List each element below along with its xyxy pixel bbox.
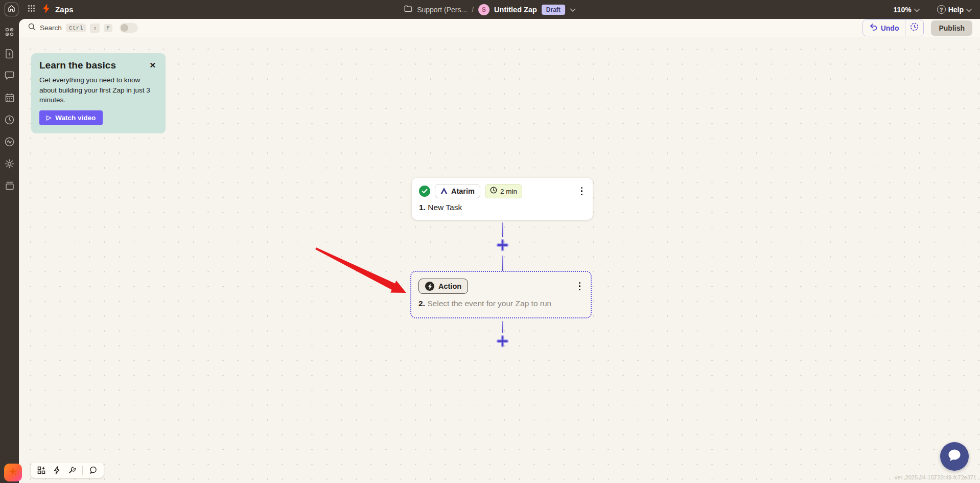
connector-line xyxy=(502,321,503,333)
zap-canvas[interactable]: Learn the basics ✕ Get everything you ne… xyxy=(19,37,980,483)
zapier-bolt-icon xyxy=(42,4,51,15)
undo-icon xyxy=(869,23,877,33)
canvas-tools xyxy=(31,463,104,478)
action-chip-label: Action xyxy=(438,282,461,290)
sidebar-nav xyxy=(0,27,19,191)
lightning-tool-button[interactable] xyxy=(50,464,63,477)
sidebar-item-tables[interactable] xyxy=(5,93,15,103)
step-title: New Task xyxy=(428,203,462,212)
sidebar-item-zaps[interactable] xyxy=(5,27,15,37)
help-label: Help xyxy=(948,6,964,14)
grid-dots-icon xyxy=(28,5,35,14)
duration-pill[interactable]: 2 min xyxy=(485,184,522,198)
action-bolt-icon xyxy=(425,282,434,291)
toolbar-right: Undo Publish xyxy=(862,19,972,36)
kbd-ctrl: Ctrl xyxy=(66,24,86,32)
kebab-menu-icon[interactable] xyxy=(578,185,586,198)
sidebar-item-templates[interactable] xyxy=(5,49,15,59)
add-step-button[interactable] xyxy=(496,239,509,253)
shift-key-icon: ⇧ xyxy=(90,24,100,33)
header-right: 110% ? Help xyxy=(894,5,980,14)
search-icon xyxy=(28,23,36,33)
breadcrumb: Support (Pers... / S Untitled Zap Draft xyxy=(404,0,576,19)
breadcrumb-separator: / xyxy=(472,6,474,14)
step-placeholder: Select the event for your Zap to run xyxy=(427,299,551,308)
search-label: Search xyxy=(40,24,62,32)
help-menu[interactable]: ? Help xyxy=(937,5,972,14)
connector-line xyxy=(502,222,503,237)
toggle-knob xyxy=(121,24,128,32)
home-button[interactable] xyxy=(5,3,18,16)
zap-editor: Zaps Support (Pers... / S Untitled Zap D… xyxy=(0,0,980,483)
sidebar-item-activity[interactable] xyxy=(5,136,15,147)
breadcrumb-folder[interactable]: Support (Pers... xyxy=(417,6,467,14)
support-chat-button[interactable] xyxy=(940,442,969,471)
history-timer-icon xyxy=(910,22,919,33)
kebab-menu-icon[interactable] xyxy=(576,280,584,293)
step-number: 1. xyxy=(419,203,426,212)
ai-assistant-button[interactable] xyxy=(4,464,22,481)
kbd-f: F xyxy=(104,24,112,32)
app-grid-button[interactable] xyxy=(28,5,35,14)
step-number: 2. xyxy=(418,299,425,308)
chevron-down-icon xyxy=(966,5,972,14)
undo-label: Undo xyxy=(881,24,899,32)
zapier-logo xyxy=(42,4,51,15)
add-step-button[interactable] xyxy=(496,335,509,349)
chevron-down-icon xyxy=(914,5,920,14)
sidebar-item-archive[interactable] xyxy=(5,180,15,191)
zap-owner-avatar: S xyxy=(478,4,489,15)
draft-status-badge: Draft xyxy=(542,5,565,15)
step-card-action[interactable]: Action 2. Select the event for your Zap … xyxy=(410,271,592,318)
action-type-chip[interactable]: Action xyxy=(418,279,468,294)
add-step-plus-icon xyxy=(496,334,509,350)
atarim-logo-icon xyxy=(440,187,448,196)
zoom-level-control[interactable]: 110% xyxy=(894,5,920,14)
zap-menu-chevron-icon[interactable] xyxy=(570,5,576,14)
sparkle-icon xyxy=(8,467,18,479)
toolbar-divider xyxy=(82,466,83,475)
add-node-button[interactable] xyxy=(35,464,48,477)
app-pill-atarim[interactable]: Atarim xyxy=(435,184,480,198)
chat-bubble-icon xyxy=(947,448,962,465)
annotation-arrow xyxy=(307,240,414,302)
learn-basics-body: Get everything you need to know about bu… xyxy=(39,75,157,105)
app-name: Atarim xyxy=(451,187,475,195)
publish-button[interactable]: Publish xyxy=(931,20,972,36)
folder-icon xyxy=(404,5,412,14)
zap-title[interactable]: Untitled Zap xyxy=(494,6,537,14)
watch-video-button[interactable]: ▷ Watch video xyxy=(39,110,103,125)
undo-button[interactable]: Undo xyxy=(863,20,905,36)
step2-title-row: 2. Select the event for your Zap to run xyxy=(418,299,584,308)
clock-icon xyxy=(490,187,497,196)
step-complete-check-icon xyxy=(419,186,430,197)
notes-button[interactable] xyxy=(86,464,100,477)
undo-group: Undo xyxy=(862,19,924,36)
zoom-level-value: 110% xyxy=(894,6,912,14)
duration-value: 2 min xyxy=(500,188,517,195)
close-icon[interactable]: ✕ xyxy=(148,60,157,71)
add-step-plus-icon xyxy=(496,238,509,254)
learn-basics-title: Learn the basics xyxy=(39,60,116,71)
canvas-search[interactable]: Search Ctrl ⇧ F xyxy=(28,23,138,33)
top-header: Zaps Support (Pers... / S Untitled Zap D… xyxy=(0,0,980,19)
tools-wrench-button[interactable] xyxy=(65,464,79,477)
sidebar-item-settings[interactable] xyxy=(5,158,15,169)
help-icon: ? xyxy=(937,5,946,14)
product-title: Zaps xyxy=(55,5,74,14)
step1-title-row: 1. New Task xyxy=(419,203,586,212)
sidebar-item-history[interactable] xyxy=(5,114,15,125)
sidebar-item-interfaces[interactable] xyxy=(5,71,15,81)
step-card-trigger[interactable]: Atarim 2 min 1. New Task xyxy=(412,178,593,220)
build-version: ver. 2025-04-15T20:49-fc72e371 xyxy=(895,474,976,480)
play-icon: ▷ xyxy=(46,114,51,121)
version-history-button[interactable] xyxy=(905,20,923,36)
editor-toolbar: Search Ctrl ⇧ F Undo xyxy=(19,19,980,37)
editor-content: Search Ctrl ⇧ F Undo xyxy=(19,19,980,483)
home-icon xyxy=(8,5,15,14)
watch-video-label: Watch video xyxy=(55,114,96,122)
learn-basics-card: Learn the basics ✕ Get everything you ne… xyxy=(31,53,166,133)
connector-line xyxy=(502,256,503,271)
search-filter-toggle[interactable] xyxy=(120,23,138,33)
